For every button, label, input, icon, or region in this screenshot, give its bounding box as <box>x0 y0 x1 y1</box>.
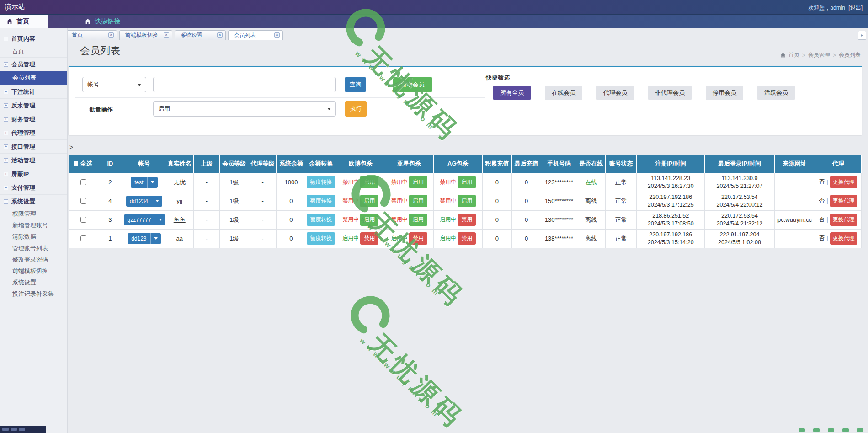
tab-scroll-right-button[interactable]: ▸ <box>858 31 866 40</box>
yaxing-toggle-button[interactable]: 启用 <box>409 214 427 226</box>
search-input[interactable] <box>153 77 336 92</box>
select-all-checkbox[interactable] <box>74 161 78 166</box>
member-level: 1级 <box>219 210 249 229</box>
sidebar-subitem[interactable]: 会员列表 <box>0 71 67 85</box>
quick-filter-button[interactable]: 非代理会员 <box>648 86 692 100</box>
quick-filter-button[interactable]: 所有全员 <box>493 86 531 100</box>
quota-convert-button[interactable]: 额度转换 <box>307 214 335 226</box>
ag-toggle-button[interactable]: 禁用 <box>458 232 476 245</box>
yaxing-toggle-button[interactable]: 禁用 <box>409 232 427 245</box>
execute-button[interactable]: 执行 <box>345 101 367 117</box>
welcome-text: 欢迎您，admin [退出] <box>808 4 863 12</box>
taskbar-fragment <box>0 426 46 433</box>
account-dropdown[interactable]: dd1234 <box>126 196 162 207</box>
source-url <box>774 192 815 210</box>
oubo-toggle-button[interactable]: 启用 <box>360 176 378 188</box>
yaxing-toggle-button[interactable]: 启用 <box>409 176 427 188</box>
top-bar: 演示站 欢迎您，admin [退出] <box>0 0 868 15</box>
add-member-button[interactable]: 新增会员 <box>393 77 432 92</box>
sidebar-item-label: 修改登录密码 <box>12 256 48 263</box>
system-balance: 1000 <box>277 173 306 192</box>
sidebar-section[interactable]: +屏蔽IP <box>0 167 67 181</box>
sidebar-section[interactable]: +反水管理 <box>0 98 67 112</box>
breadcrumb-members[interactable]: 会员管理 <box>808 51 830 59</box>
last-recharge: 0 <box>511 192 541 210</box>
account-dropdown[interactable]: dd123 <box>128 233 160 244</box>
change-agent-button[interactable]: 更换代理 <box>830 232 857 245</box>
tab-item[interactable]: 首页× <box>66 30 117 40</box>
tab-item[interactable]: 会员列表× <box>228 30 283 40</box>
quick-filter-button[interactable]: 活跃会员 <box>757 86 795 100</box>
quick-link[interactable]: 快捷链接 <box>85 15 120 28</box>
breadcrumb-home[interactable]: 首页 <box>788 51 799 59</box>
nav-bar: 首页 快捷链接 <box>0 15 868 28</box>
change-agent-button[interactable]: 更换代理 <box>830 214 857 226</box>
quota-convert-button[interactable]: 额度转换 <box>307 176 335 188</box>
agent-cell: 否|更换代理 <box>815 173 862 192</box>
sidebar-section[interactable]: +支付管理 <box>0 181 67 194</box>
sidebar-section[interactable]: +下注统计 <box>0 85 67 98</box>
home-nav-tab[interactable]: 首页 <box>0 15 48 28</box>
sidebar-subitem[interactable]: 首页 <box>0 46 67 57</box>
tab-close-icon[interactable]: × <box>108 32 114 38</box>
breadcrumb-separator: > <box>833 52 836 59</box>
account-dropdown[interactable]: test <box>131 177 157 188</box>
sidebar-section[interactable]: +接口管理 <box>0 139 67 153</box>
online-status: 离线 <box>585 216 597 223</box>
member-real-name[interactable]: 鱼鱼 <box>174 216 186 223</box>
sidebar-subitem[interactable]: 权限管理 <box>0 208 67 219</box>
column-header: 代理 <box>815 155 862 173</box>
search-button[interactable]: 查询 <box>345 77 366 92</box>
member-id: 3 <box>97 210 123 229</box>
sidebar-subitem[interactable]: 投注记录补采集 <box>0 288 67 299</box>
tab-close-icon[interactable]: × <box>274 32 280 38</box>
row-checkbox[interactable] <box>80 198 86 204</box>
sidebar-subitem[interactable]: 新增管理账号 <box>0 219 67 231</box>
tab-close-icon[interactable]: × <box>164 32 169 38</box>
sidebar-item-label: 清除数据 <box>12 233 36 240</box>
sidebar-section[interactable]: +财务管理 <box>0 112 67 126</box>
logout-link[interactable]: [退出] <box>848 5 863 11</box>
sidebar-subitem[interactable]: 清除数据 <box>0 231 67 242</box>
tab-close-icon[interactable]: × <box>217 32 223 38</box>
last-login-ip-time: 222.91.197.2042024/5/5 1:02:08 <box>705 229 775 248</box>
sidebar-subitem[interactable]: 修改登录密码 <box>0 254 67 265</box>
breadcrumb-separator: > <box>802 52 805 59</box>
table-row: 2test无忧-1级-1000额度转换禁用中启用禁用中启用禁用中启用00123*… <box>69 173 862 192</box>
oubo-toggle-button[interactable]: 启用 <box>360 214 378 226</box>
sidebar-section[interactable]: -会员管理 <box>0 57 67 71</box>
ag-toggle-button[interactable]: 禁用 <box>458 214 476 226</box>
tab-item[interactable]: 系统设置× <box>175 30 226 40</box>
account-dropdown[interactable]: gzz77777 <box>124 214 165 225</box>
sidebar-subitem[interactable]: 前端模板切换 <box>0 265 67 277</box>
tab-item[interactable]: 前端模板切换× <box>119 30 172 40</box>
quick-filter-button[interactable]: 停用会员 <box>706 86 743 100</box>
sidebar-section[interactable]: +代理管理 <box>0 126 67 139</box>
sidebar-subitem[interactable]: 系统设置 <box>0 277 67 288</box>
sidebar-section[interactable]: -系统设置 <box>0 194 67 208</box>
search-field-select[interactable]: 帐号 <box>82 77 146 92</box>
welcome-label: 欢迎您， <box>808 5 830 11</box>
quick-filter-button[interactable]: 代理会员 <box>596 86 634 100</box>
ag-toggle-button[interactable]: 启用 <box>458 176 476 188</box>
batch-operation-select[interactable]: 启用 <box>153 101 336 117</box>
separator: | <box>827 216 828 223</box>
change-agent-button[interactable]: 更换代理 <box>830 176 857 188</box>
account-name: test <box>131 177 147 188</box>
oubo-toggle-button[interactable]: 禁用 <box>360 232 378 245</box>
row-checkbox[interactable] <box>80 179 86 185</box>
collapse-hint[interactable]: > <box>69 144 73 151</box>
yaxing-toggle-button[interactable]: 启用 <box>409 195 427 207</box>
sidebar-section[interactable]: +活动管理 <box>0 153 67 167</box>
ag-toggle-button[interactable]: 启用 <box>458 195 476 207</box>
sidebar-subitem[interactable]: 管理账号列表 <box>0 242 67 254</box>
row-checkbox[interactable] <box>80 217 86 223</box>
quota-convert-button[interactable]: 额度转换 <box>307 232 335 245</box>
quota-convert-button[interactable]: 额度转换 <box>307 195 335 207</box>
quick-filter-button[interactable]: 在线会员 <box>545 86 582 100</box>
change-agent-button[interactable]: 更换代理 <box>830 195 857 207</box>
table-body: 2test无忧-1级-1000额度转换禁用中启用禁用中启用禁用中启用00123*… <box>69 173 862 248</box>
oubo-toggle-button[interactable]: 启用 <box>360 195 378 207</box>
sidebar-section[interactable]: -首页内容 <box>0 32 67 46</box>
row-checkbox[interactable] <box>80 235 86 241</box>
